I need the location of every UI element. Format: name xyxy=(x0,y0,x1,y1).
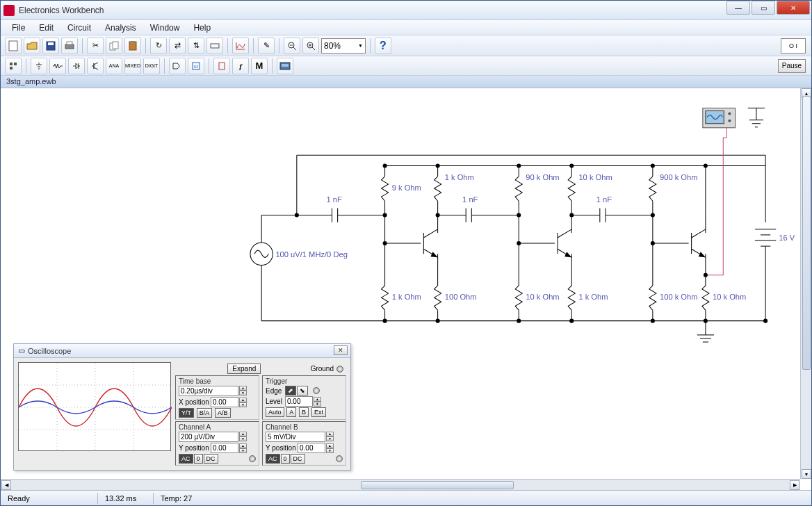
digital-ics-bin[interactable]: DIGIT xyxy=(143,58,160,74)
transistors-bin[interactable] xyxy=(87,58,104,74)
cha-ypos-up[interactable]: ▲ xyxy=(239,443,247,448)
menu-help[interactable]: Help xyxy=(186,22,218,34)
zoom-out-button[interactable] xyxy=(284,38,300,54)
chb-zero-button[interactable]: 0 xyxy=(281,454,290,464)
scroll-down-button[interactable]: ▼ xyxy=(802,469,811,479)
trigger-a-button[interactable]: A xyxy=(286,407,296,417)
chb-ac-button[interactable]: AC xyxy=(266,454,280,464)
cha-zero-button[interactable]: 0 xyxy=(194,454,203,464)
cha-led xyxy=(249,455,256,462)
xpos-up[interactable]: ▲ xyxy=(239,398,247,402)
new-button[interactable] xyxy=(5,38,22,54)
controls-bin[interactable]: f xyxy=(232,58,249,74)
chb-scale-down[interactable]: ▼ xyxy=(326,436,334,441)
component-props-button[interactable]: ✎ xyxy=(258,38,275,54)
yt-button[interactable]: Y/T xyxy=(179,408,194,418)
diodes-bin[interactable] xyxy=(68,58,85,74)
svg-point-71 xyxy=(728,113,731,115)
print-button[interactable] xyxy=(61,38,78,54)
cut-button[interactable]: ✂ xyxy=(87,38,104,54)
oscilloscope-instrument[interactable] xyxy=(703,108,736,127)
mixed-ics-bin[interactable]: MIXED xyxy=(124,58,141,74)
maximize-button[interactable]: ▭ xyxy=(752,1,775,15)
cha-scale-down[interactable]: ▼ xyxy=(239,436,247,441)
cha-ypos-down[interactable]: ▼ xyxy=(239,448,247,453)
edge-fall-button[interactable]: ⬊ xyxy=(297,386,308,395)
misc-bin[interactable]: M xyxy=(251,58,268,74)
graph-button[interactable] xyxy=(232,38,249,54)
basic-bin[interactable] xyxy=(49,58,66,74)
help-button[interactable]: ? xyxy=(375,38,391,54)
zoom-combo[interactable]: 80%▼ xyxy=(321,38,366,54)
trigger-auto-button[interactable]: Auto xyxy=(266,407,284,417)
cha-ac-button[interactable]: AC xyxy=(179,454,193,464)
zoom-value: 80% xyxy=(324,41,341,51)
chb-scale-input[interactable]: 5 mV/Div xyxy=(266,432,325,442)
ab-button[interactable]: A/B xyxy=(215,408,231,418)
chb-ypos-down[interactable]: ▼ xyxy=(326,448,334,453)
favorites-bin[interactable] xyxy=(5,58,22,74)
vscroll-thumb[interactable] xyxy=(802,96,811,369)
level-down[interactable]: ▼ xyxy=(314,402,321,407)
xpos-input[interactable]: 0.00 xyxy=(211,397,238,407)
save-button[interactable] xyxy=(42,38,59,54)
minimize-button[interactable]: — xyxy=(726,1,750,15)
trigger-ext-button[interactable]: Ext xyxy=(311,407,326,417)
chb-scale-up[interactable]: ▲ xyxy=(326,432,334,436)
menu-window[interactable]: Window xyxy=(143,22,187,34)
svg-line-27 xyxy=(94,67,98,70)
copy-button[interactable] xyxy=(106,38,122,54)
chb-ypos-up[interactable]: ▲ xyxy=(326,443,334,448)
chb-ypos-input[interactable]: 0.00 xyxy=(298,443,325,453)
power-switch[interactable]: O I xyxy=(781,38,806,54)
indicators-bin[interactable] xyxy=(213,58,230,74)
vertical-scrollbar[interactable]: ▲▼ xyxy=(800,88,811,479)
cha-scale-input[interactable]: 200 µV/Div xyxy=(179,432,238,442)
sources-bin[interactable] xyxy=(31,58,47,74)
cha-dc-button[interactable]: DC xyxy=(204,454,218,464)
subcircuit-button[interactable] xyxy=(206,38,223,54)
scroll-left-button[interactable]: ◀ xyxy=(1,480,11,490)
titlebar: Electronics Workbench — ▭ ✕ xyxy=(1,1,811,20)
rotate-button[interactable]: ↻ xyxy=(150,38,167,54)
timebase-scale-down[interactable]: ▼ xyxy=(239,391,247,395)
menu-edit[interactable]: Edit xyxy=(32,22,60,34)
menu-file[interactable]: File xyxy=(5,22,32,34)
instruments-bin[interactable] xyxy=(277,58,293,74)
scope-expand-button[interactable]: Expand xyxy=(227,364,261,374)
flip-v-button[interactable]: ⇅ xyxy=(188,38,204,54)
hscroll-thumb[interactable] xyxy=(361,481,514,489)
chb-dc-button[interactable]: DC xyxy=(291,454,305,464)
trigger-b-button[interactable]: B xyxy=(299,407,309,417)
document-tab[interactable]: 3stg_amp.ewb xyxy=(1,76,811,88)
menu-analysis[interactable]: Analysis xyxy=(98,22,143,34)
oscilloscope-title: Oscilloscope xyxy=(28,347,71,355)
cha-scale-up[interactable]: ▲ xyxy=(239,432,247,436)
oscilloscope-display[interactable] xyxy=(18,362,171,451)
analog-ics-bin[interactable]: ANA xyxy=(106,58,122,74)
scroll-right-button[interactable]: ▶ xyxy=(790,480,799,490)
oscilloscope-close-button[interactable]: ✕ xyxy=(334,345,348,355)
timebase-scale-up[interactable]: ▲ xyxy=(239,386,247,391)
close-button[interactable]: ✕ xyxy=(777,1,810,15)
edge-rise-button[interactable]: ⬈ xyxy=(285,386,296,395)
oscilloscope-window[interactable]: ▭ Oscilloscope ✕ xyxy=(13,343,351,471)
level-up[interactable]: ▲ xyxy=(314,397,321,402)
logic-gates-bin[interactable] xyxy=(169,58,186,74)
paste-button[interactable] xyxy=(124,38,141,54)
ba-button[interactable]: B/A xyxy=(197,408,213,418)
level-input[interactable]: 0.00 xyxy=(285,396,313,407)
svg-point-72 xyxy=(728,120,731,122)
flip-h-button[interactable]: ⇄ xyxy=(169,38,186,54)
oscilloscope-titlebar[interactable]: ▭ Oscilloscope ✕ xyxy=(14,344,350,358)
xpos-down[interactable]: ▼ xyxy=(239,402,247,407)
open-button[interactable] xyxy=(24,38,40,54)
pause-button[interactable]: Pause xyxy=(778,59,806,73)
timebase-scale-input[interactable]: 0.20µs/div xyxy=(179,386,238,396)
digital-bin[interactable]: IO xyxy=(188,58,204,74)
zoom-in-button[interactable] xyxy=(302,38,319,54)
horizontal-scrollbar[interactable]: ◀▶ xyxy=(1,479,800,490)
cha-ypos-input[interactable]: 0.00 xyxy=(211,443,238,453)
schematic-canvas[interactable]: 16 V 100 uV/1 MHz/0 Deg xyxy=(1,88,811,490)
menu-circuit[interactable]: Circuit xyxy=(60,22,98,34)
